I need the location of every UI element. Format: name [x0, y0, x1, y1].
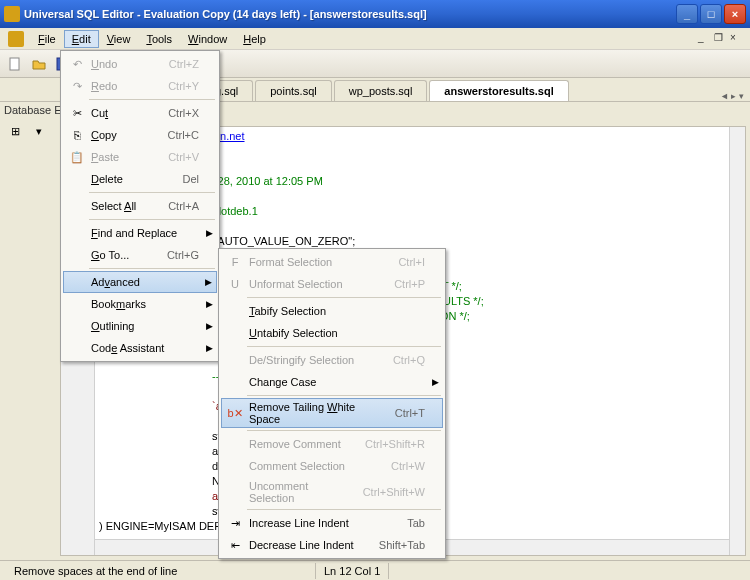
remove-trailing-icon: b✕ — [225, 405, 245, 421]
menu-copy[interactable]: ⎘CopyCtrl+C — [63, 124, 217, 146]
menu-redo[interactable]: ↷RedoCtrl+Y — [63, 75, 217, 97]
tab-wp-posts-sql[interactable]: wp_posts.sql — [334, 80, 428, 101]
indent-out-icon: ⇤ — [225, 537, 245, 553]
menu-undo[interactable]: ↶UndoCtrl+Z — [63, 53, 217, 75]
menu-increase-indent[interactable]: ⇥Increase Line IndentTab — [221, 512, 443, 534]
menu-delete[interactable]: DeleteDel — [63, 168, 217, 190]
tab-nav[interactable]: ◄ ▸ ▾ — [720, 91, 744, 101]
status-position: Ln 12 Col 1 — [316, 563, 389, 579]
menu-untabify[interactable]: Untabify Selection — [221, 322, 443, 344]
copy-icon: ⎘ — [67, 127, 87, 143]
title-bar: Universal SQL Editor - Evaluation Copy (… — [0, 0, 750, 28]
menu-decrease-indent[interactable]: ⇤Decrease Line IndentShift+Tab — [221, 534, 443, 556]
mdi-restore[interactable]: ❐ — [714, 32, 728, 46]
side-btn-2[interactable]: ▾ — [28, 120, 50, 142]
menu-goto[interactable]: Go To...Ctrl+G — [63, 244, 217, 266]
mdi-controls: _ ❐ × — [698, 32, 744, 46]
menu-change-case[interactable]: Change Case▶ — [221, 371, 443, 393]
menu-format-selection[interactable]: FFormat SelectionCtrl+I — [221, 251, 443, 273]
tab-answerstoresults-sql[interactable]: answerstoresults.sql — [429, 80, 568, 101]
new-button[interactable] — [4, 53, 26, 75]
cut-icon: ✂ — [67, 105, 87, 121]
menu-file[interactable]: FFileile — [30, 30, 64, 48]
redo-icon: ↷ — [67, 78, 87, 94]
status-bar: Remove spaces at the end of line Ln 12 C… — [0, 560, 750, 580]
advanced-submenu: FFormat SelectionCtrl+I UUnformat Select… — [218, 248, 446, 559]
menu-advanced[interactable]: Advanced▶ — [63, 271, 217, 293]
menu-comment-selection[interactable]: Comment SelectionCtrl+W — [221, 455, 443, 477]
status-hint: Remove spaces at the end of line — [6, 563, 316, 579]
menu-remove-trailing-whitespace[interactable]: b✕Remove Tailing White SpaceCtrl+T — [221, 398, 443, 428]
unformat-icon: U — [225, 276, 245, 292]
menu-tabify[interactable]: Tabify Selection — [221, 300, 443, 322]
close-button[interactable]: × — [724, 4, 746, 24]
menu-outlining[interactable]: Outlining▶ — [63, 315, 217, 337]
minimize-button[interactable]: _ — [676, 4, 698, 24]
mdi-close[interactable]: × — [730, 32, 744, 46]
menu-paste[interactable]: 📋PasteCtrl+V — [63, 146, 217, 168]
menu-find-replace[interactable]: Find and Replace▶ — [63, 222, 217, 244]
open-button[interactable] — [28, 53, 50, 75]
menu-remove-comment[interactable]: Remove CommentCtrl+Shift+R — [221, 433, 443, 455]
menu-uncomment-selection[interactable]: Uncomment SelectionCtrl+Shift+W — [221, 477, 443, 507]
menu-code-assistant[interactable]: Code Assistant▶ — [63, 337, 217, 359]
menu-select-all[interactable]: Select AllCtrl+A — [63, 195, 217, 217]
menu-destringify[interactable]: De/Stringify SelectionCtrl+Q — [221, 349, 443, 371]
side-toolbar: ⊞ ▾ — [4, 120, 54, 142]
format-icon: F — [225, 254, 245, 270]
menu-view[interactable]: View — [99, 30, 139, 48]
menu-bar: FFileile Edit View Tools Window Help — [0, 28, 750, 50]
vertical-scrollbar[interactable] — [729, 127, 745, 555]
paste-icon: 📋 — [67, 149, 87, 165]
menu-unformat-selection[interactable]: UUnformat SelectionCtrl+P — [221, 273, 443, 295]
svg-rect-0 — [10, 58, 19, 70]
tab-points-sql[interactable]: points.sql — [255, 80, 331, 101]
menu-tools[interactable]: Tools — [138, 30, 180, 48]
edit-menu: ↶UndoCtrl+Z ↷RedoCtrl+Y ✂CutCtrl+X ⎘Copy… — [60, 50, 220, 362]
menu-window[interactable]: Window — [180, 30, 235, 48]
menu-edit[interactable]: Edit — [64, 30, 99, 48]
menu-bookmarks[interactable]: Bookmarks▶ — [63, 293, 217, 315]
app-small-icon — [8, 31, 24, 47]
database-explorer-label: Database E — [4, 104, 61, 116]
indent-in-icon: ⇥ — [225, 515, 245, 531]
maximize-button[interactable]: □ — [700, 4, 722, 24]
menu-help[interactable]: Help — [235, 30, 274, 48]
undo-icon: ↶ — [67, 56, 87, 72]
mdi-minimize[interactable]: _ — [698, 32, 712, 46]
app-icon — [4, 6, 20, 22]
menu-cut[interactable]: ✂CutCtrl+X — [63, 102, 217, 124]
side-btn-1[interactable]: ⊞ — [4, 120, 26, 142]
window-title: Universal SQL Editor - Evaluation Copy (… — [24, 8, 676, 20]
